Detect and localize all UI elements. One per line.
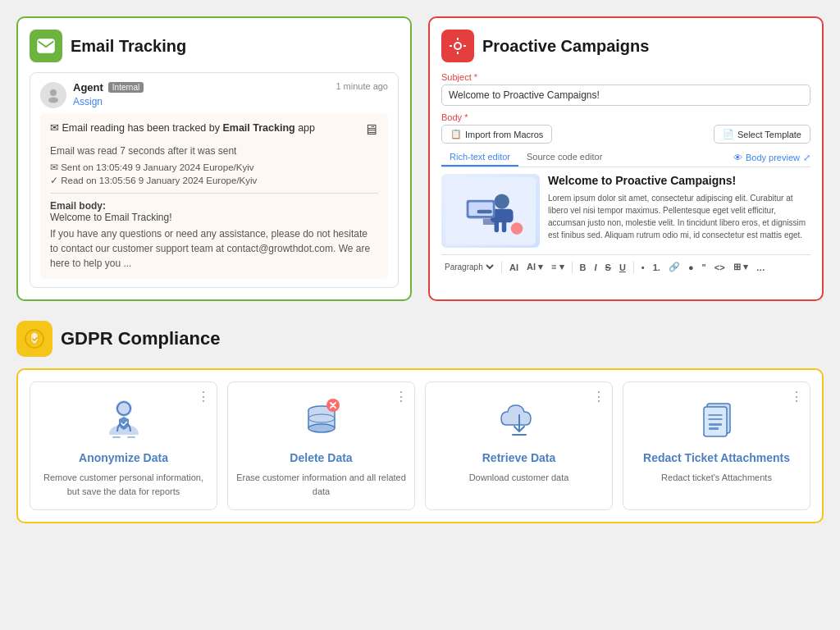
anonymize-card-menu[interactable]: ⋮ (197, 389, 210, 404)
align-button[interactable]: ≡ ▾ (549, 260, 566, 274)
internal-badge: Internal (108, 82, 144, 93)
toolbar-divider-2 (572, 262, 573, 273)
subject-input[interactable] (441, 84, 810, 106)
redact-attachments-card: ⋮ Redact Ticket Attachments Redact ticke… (623, 381, 810, 510)
read-info: ✓ Read on 13:05:56 9 January 2024 Europe… (50, 175, 378, 186)
subject-row: Subject * (441, 72, 810, 106)
email-body-title: Welcome to Email Tracking! (50, 212, 172, 223)
email-tracking-icon (30, 30, 62, 62)
ticket-card: Agent Internal Assign 1 minute ago ✉ Ema… (30, 72, 399, 288)
gdpr-section: GDPR Compliance ⋮ Anonymize Data Remove … (16, 321, 824, 523)
editor-toolbar: Paragraph AI Al ▾ ≡ ▾ B I S U • 1. 🔗 ● "… (441, 254, 810, 274)
anonymize-title: Anonymize Data (79, 451, 168, 464)
editor-tabs: Rich-text editor Source code editor 👁 Bo… (441, 148, 810, 167)
retrieve-data-card: ⋮ Retrieve Data Download customer data (425, 381, 613, 510)
tab-source-code[interactable]: Source code editor (518, 148, 610, 167)
svg-point-16 (511, 222, 523, 235)
bullet-list-button[interactable]: • (639, 261, 647, 274)
svg-rect-14 (502, 221, 507, 232)
ticket-header: Agent Internal Assign 1 minute ago (40, 81, 388, 108)
retrieve-title: Retrieve Data (482, 451, 556, 464)
anonymize-data-card: ⋮ Anonymize Data Remove customer persona… (30, 381, 217, 510)
delete-card-menu[interactable]: ⋮ (395, 389, 408, 404)
subject-label: Subject * (441, 72, 810, 82)
numbered-list-button[interactable]: 1. (651, 261, 663, 274)
body-row: Body * 📋 Import from Macros 📄 Select Tem… (441, 112, 810, 274)
underline-button[interactable]: U (617, 261, 628, 274)
ai-button[interactable]: AI (507, 261, 521, 274)
svg-rect-12 (468, 202, 492, 216)
anonymize-desc: Remove customer personal information, bu… (39, 471, 208, 498)
delete-title: Delete Data (290, 451, 352, 464)
body-actions: 📋 Import from Macros 📄 Select Template (441, 125, 810, 144)
svg-rect-15 (477, 209, 492, 213)
gdpr-icon (16, 321, 52, 357)
toolbar-divider-1 (501, 262, 502, 273)
svg-point-3 (48, 97, 58, 103)
code-button[interactable]: <> (712, 261, 728, 274)
strikethrough-button[interactable]: S (603, 261, 614, 274)
preview-heading: Welcome to Proactive Campaigns! (548, 174, 810, 187)
delete-icon (297, 394, 346, 443)
tracking-main-text: ✉ Email reading has been tracked by Emai… (50, 121, 315, 134)
radio-button[interactable]: ● (686, 261, 696, 274)
gdpr-title: GDPR Compliance (61, 328, 220, 349)
svg-rect-22 (127, 436, 135, 438)
delete-data-card: ⋮ Delete Data Erase customer information… (227, 381, 415, 510)
body-preview-button[interactable]: 👁 Body preview ⤢ (733, 153, 810, 163)
retrieve-icon (495, 394, 544, 443)
agent-name: Agent (73, 81, 103, 94)
expand-icon: ⤢ (803, 153, 810, 163)
svg-rect-35 (709, 423, 722, 426)
email-tracking-panel: Email Tracking Agent Internal (16, 16, 412, 301)
email-tracking-title: Email Tracking (71, 37, 186, 56)
import-macros-button[interactable]: 📋 Import from Macros (441, 125, 552, 144)
retrieve-desc: Download customer data (469, 471, 569, 485)
link-button[interactable]: 🔗 (666, 260, 682, 274)
sent-info: ✉ Sent on 13:05:49 9 January 2024 Europe… (50, 162, 378, 173)
proactive-campaigns-title: Proactive Campaigns (482, 37, 649, 56)
anonymize-icon (99, 394, 148, 443)
read-time: Email was read 7 seconds after it was se… (50, 145, 378, 157)
quote-button[interactable]: " (700, 261, 709, 274)
gdpr-header: GDPR Compliance (16, 321, 824, 357)
redact-icon (692, 394, 742, 443)
italic-button[interactable]: I (592, 261, 600, 274)
email-body-label: Email body: (50, 200, 106, 212)
svg-point-2 (50, 89, 57, 96)
template-icon: 📄 (723, 129, 734, 139)
toolbar-divider-3 (633, 262, 634, 273)
select-template-button[interactable]: 📄 Select Template (714, 125, 810, 144)
tracking-content: ✉ Email reading has been tracked by Emai… (40, 113, 388, 279)
gdpr-cards-container: ⋮ Anonymize Data Remove customer persona… (16, 368, 824, 523)
delete-desc: Erase customer information and all relat… (236, 471, 406, 498)
preview-para: Lorem ipsum dolor sit amet, consectetur … (548, 192, 810, 241)
svg-rect-21 (112, 436, 121, 438)
import-macros-icon: 📋 (450, 129, 462, 139)
al-button[interactable]: Al ▾ (524, 260, 546, 274)
svg-rect-32 (704, 407, 727, 436)
svg-rect-13 (495, 221, 500, 232)
redact-card-menu[interactable]: ⋮ (790, 389, 803, 404)
assign-link[interactable]: Assign (73, 96, 103, 107)
preview-text-area: Welcome to Proactive Campaigns! Lorem ip… (548, 174, 810, 248)
tab-rich-text[interactable]: Rich-text editor (441, 148, 518, 167)
monitor-icon: 🖥 (363, 121, 378, 139)
retrieve-card-menu[interactable]: ⋮ (592, 389, 605, 404)
proactive-campaigns-panel: Proactive Campaigns Subject * Body * 📋 I… (428, 16, 824, 301)
paragraph-select[interactable]: Paragraph (441, 262, 496, 272)
timestamp: 1 minute ago (336, 81, 388, 91)
email-body-section: Email body: Welcome to Email Tracking! I… (50, 200, 378, 271)
table-button[interactable]: ⊞ ▾ (731, 260, 751, 274)
body-label: Body * (441, 112, 810, 122)
svg-point-9 (495, 194, 509, 208)
preview-illustration (441, 174, 540, 248)
svg-point-5 (455, 43, 460, 48)
more-button[interactable]: … (754, 261, 768, 274)
redact-title: Redact Ticket Attachments (643, 451, 790, 464)
svg-point-25 (308, 424, 335, 432)
svg-rect-36 (709, 427, 719, 430)
bold-button[interactable]: B (578, 261, 589, 274)
proactive-campaigns-header: Proactive Campaigns (441, 30, 810, 62)
proactive-campaigns-icon (441, 30, 474, 62)
